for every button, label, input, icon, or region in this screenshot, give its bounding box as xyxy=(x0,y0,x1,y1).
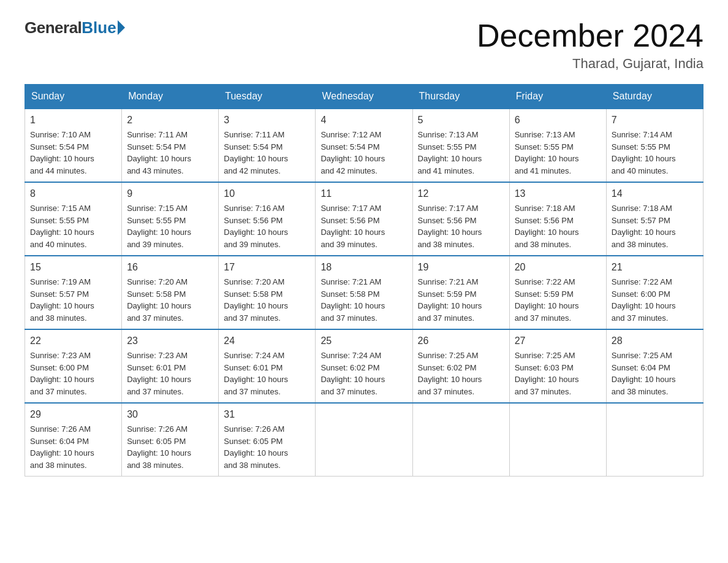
empty-cell xyxy=(412,403,509,477)
day-number: 7 xyxy=(612,113,698,128)
day-number: 17 xyxy=(224,260,310,275)
day-number: 10 xyxy=(224,186,310,201)
day-number: 29 xyxy=(30,407,116,422)
calendar-day-cell: 31 Sunrise: 7:26 AMSunset: 6:05 PMDaylig… xyxy=(219,403,316,477)
day-number: 31 xyxy=(224,407,310,422)
day-info: Sunrise: 7:15 AMSunset: 5:55 PMDaylight:… xyxy=(127,204,191,249)
empty-cell xyxy=(606,403,703,477)
day-number: 20 xyxy=(515,260,601,275)
logo-general-text: General xyxy=(25,18,82,37)
month-title: December 2024 xyxy=(477,18,703,53)
calendar-day-cell: 16 Sunrise: 7:20 AMSunset: 5:58 PMDaylig… xyxy=(122,256,219,329)
calendar-week-row: 22 Sunrise: 7:23 AMSunset: 6:00 PMDaylig… xyxy=(25,329,703,403)
day-number: 23 xyxy=(127,334,213,348)
day-info: Sunrise: 7:26 AMSunset: 6:05 PMDaylight:… xyxy=(127,424,191,470)
calendar-day-cell: 2 Sunrise: 7:11 AMSunset: 5:54 PMDayligh… xyxy=(122,109,219,182)
calendar-day-cell: 12 Sunrise: 7:17 AMSunset: 5:56 PMDaylig… xyxy=(412,182,509,256)
day-info: Sunrise: 7:23 AMSunset: 6:00 PMDaylight:… xyxy=(30,351,94,396)
day-info: Sunrise: 7:17 AMSunset: 5:56 PMDaylight:… xyxy=(320,204,385,249)
day-number: 24 xyxy=(224,334,310,348)
calendar-header-row: SundayMondayTuesdayWednesdayThursdayFrid… xyxy=(25,85,703,109)
day-info: Sunrise: 7:18 AMSunset: 5:57 PMDaylight:… xyxy=(612,204,676,249)
day-number: 3 xyxy=(224,113,310,128)
day-number: 14 xyxy=(612,186,698,201)
calendar-day-cell: 23 Sunrise: 7:23 AMSunset: 6:01 PMDaylig… xyxy=(122,329,219,403)
calendar-day-cell: 28 Sunrise: 7:25 AMSunset: 6:04 PMDaylig… xyxy=(606,329,703,403)
calendar-week-row: 8 Sunrise: 7:15 AMSunset: 5:55 PMDayligh… xyxy=(25,182,703,256)
column-header-tuesday: Tuesday xyxy=(219,85,316,109)
calendar-day-cell: 26 Sunrise: 7:25 AMSunset: 6:02 PMDaylig… xyxy=(412,329,509,403)
day-number: 15 xyxy=(30,260,116,275)
column-header-saturday: Saturday xyxy=(606,85,703,109)
calendar-day-cell: 14 Sunrise: 7:18 AMSunset: 5:57 PMDaylig… xyxy=(606,182,703,256)
day-info: Sunrise: 7:26 AMSunset: 6:04 PMDaylight:… xyxy=(30,424,94,470)
day-info: Sunrise: 7:14 AMSunset: 5:55 PMDaylight:… xyxy=(612,130,676,175)
day-info: Sunrise: 7:21 AMSunset: 5:58 PMDaylight:… xyxy=(320,277,385,323)
day-info: Sunrise: 7:13 AMSunset: 5:55 PMDaylight:… xyxy=(515,130,579,175)
logo-blue-text: Blue xyxy=(82,18,116,37)
calendar-week-row: 1 Sunrise: 7:10 AMSunset: 5:54 PMDayligh… xyxy=(25,109,703,182)
calendar-week-row: 15 Sunrise: 7:19 AMSunset: 5:57 PMDaylig… xyxy=(25,256,703,329)
day-info: Sunrise: 7:12 AMSunset: 5:54 PMDaylight:… xyxy=(320,130,385,175)
day-info: Sunrise: 7:22 AMSunset: 6:00 PMDaylight:… xyxy=(612,277,676,323)
title-block: December 2024 Tharad, Gujarat, India xyxy=(477,18,703,72)
calendar-day-cell: 11 Sunrise: 7:17 AMSunset: 5:56 PMDaylig… xyxy=(316,182,412,256)
day-number: 9 xyxy=(127,186,213,201)
calendar-day-cell: 10 Sunrise: 7:16 AMSunset: 5:56 PMDaylig… xyxy=(219,182,316,256)
day-info: Sunrise: 7:23 AMSunset: 6:01 PMDaylight:… xyxy=(127,351,191,396)
calendar-day-cell: 22 Sunrise: 7:23 AMSunset: 6:00 PMDaylig… xyxy=(25,329,122,403)
calendar-day-cell: 13 Sunrise: 7:18 AMSunset: 5:56 PMDaylig… xyxy=(509,182,606,256)
day-info: Sunrise: 7:25 AMSunset: 6:04 PMDaylight:… xyxy=(612,351,676,396)
calendar-day-cell: 21 Sunrise: 7:22 AMSunset: 6:00 PMDaylig… xyxy=(606,256,703,329)
calendar-day-cell: 20 Sunrise: 7:22 AMSunset: 5:59 PMDaylig… xyxy=(509,256,606,329)
day-number: 12 xyxy=(418,186,504,201)
calendar-day-cell: 8 Sunrise: 7:15 AMSunset: 5:55 PMDayligh… xyxy=(25,182,122,256)
day-number: 25 xyxy=(320,334,407,348)
day-info: Sunrise: 7:15 AMSunset: 5:55 PMDaylight:… xyxy=(30,204,94,249)
day-info: Sunrise: 7:26 AMSunset: 6:05 PMDaylight:… xyxy=(224,424,288,470)
day-info: Sunrise: 7:18 AMSunset: 5:56 PMDaylight:… xyxy=(515,204,579,249)
day-info: Sunrise: 7:21 AMSunset: 5:59 PMDaylight:… xyxy=(418,277,482,323)
logo-triangle-icon xyxy=(118,20,125,35)
day-number: 16 xyxy=(127,260,213,275)
day-number: 19 xyxy=(418,260,504,275)
calendar-day-cell: 29 Sunrise: 7:26 AMSunset: 6:04 PMDaylig… xyxy=(25,403,122,477)
logo: General Blue xyxy=(25,18,125,37)
day-number: 18 xyxy=(320,260,407,275)
day-info: Sunrise: 7:13 AMSunset: 5:55 PMDaylight:… xyxy=(418,130,482,175)
day-number: 26 xyxy=(418,334,504,348)
day-info: Sunrise: 7:25 AMSunset: 6:03 PMDaylight:… xyxy=(515,351,579,396)
column-header-sunday: Sunday xyxy=(25,85,122,109)
calendar-day-cell: 6 Sunrise: 7:13 AMSunset: 5:55 PMDayligh… xyxy=(509,109,606,182)
day-number: 13 xyxy=(515,186,601,201)
day-number: 1 xyxy=(30,113,116,128)
day-info: Sunrise: 7:24 AMSunset: 6:02 PMDaylight:… xyxy=(320,351,385,396)
column-header-friday: Friday xyxy=(509,85,606,109)
day-info: Sunrise: 7:25 AMSunset: 6:02 PMDaylight:… xyxy=(418,351,482,396)
calendar-day-cell: 9 Sunrise: 7:15 AMSunset: 5:55 PMDayligh… xyxy=(122,182,219,256)
calendar-week-row: 29 Sunrise: 7:26 AMSunset: 6:04 PMDaylig… xyxy=(25,403,703,477)
calendar-day-cell: 24 Sunrise: 7:24 AMSunset: 6:01 PMDaylig… xyxy=(219,329,316,403)
column-header-monday: Monday xyxy=(122,85,219,109)
calendar-day-cell: 1 Sunrise: 7:10 AMSunset: 5:54 PMDayligh… xyxy=(25,109,122,182)
day-info: Sunrise: 7:11 AMSunset: 5:54 PMDaylight:… xyxy=(127,130,191,175)
calendar-day-cell: 30 Sunrise: 7:26 AMSunset: 6:05 PMDaylig… xyxy=(122,403,219,477)
calendar-day-cell: 18 Sunrise: 7:21 AMSunset: 5:58 PMDaylig… xyxy=(316,256,412,329)
day-number: 6 xyxy=(515,113,601,128)
calendar-day-cell: 7 Sunrise: 7:14 AMSunset: 5:55 PMDayligh… xyxy=(606,109,703,182)
calendar-table: SundayMondayTuesdayWednesdayThursdayFrid… xyxy=(25,84,703,477)
day-number: 28 xyxy=(612,334,698,348)
day-number: 5 xyxy=(418,113,504,128)
page-header: General Blue December 2024 Tharad, Gujar… xyxy=(25,18,703,72)
column-header-thursday: Thursday xyxy=(412,85,509,109)
day-number: 30 xyxy=(127,407,213,422)
day-info: Sunrise: 7:19 AMSunset: 5:57 PMDaylight:… xyxy=(30,277,94,323)
calendar-day-cell: 4 Sunrise: 7:12 AMSunset: 5:54 PMDayligh… xyxy=(316,109,412,182)
empty-cell xyxy=(316,403,412,477)
day-number: 4 xyxy=(320,113,407,128)
empty-cell xyxy=(509,403,606,477)
calendar-day-cell: 3 Sunrise: 7:11 AMSunset: 5:54 PMDayligh… xyxy=(219,109,316,182)
calendar-day-cell: 15 Sunrise: 7:19 AMSunset: 5:57 PMDaylig… xyxy=(25,256,122,329)
calendar-day-cell: 25 Sunrise: 7:24 AMSunset: 6:02 PMDaylig… xyxy=(316,329,412,403)
calendar-day-cell: 27 Sunrise: 7:25 AMSunset: 6:03 PMDaylig… xyxy=(509,329,606,403)
